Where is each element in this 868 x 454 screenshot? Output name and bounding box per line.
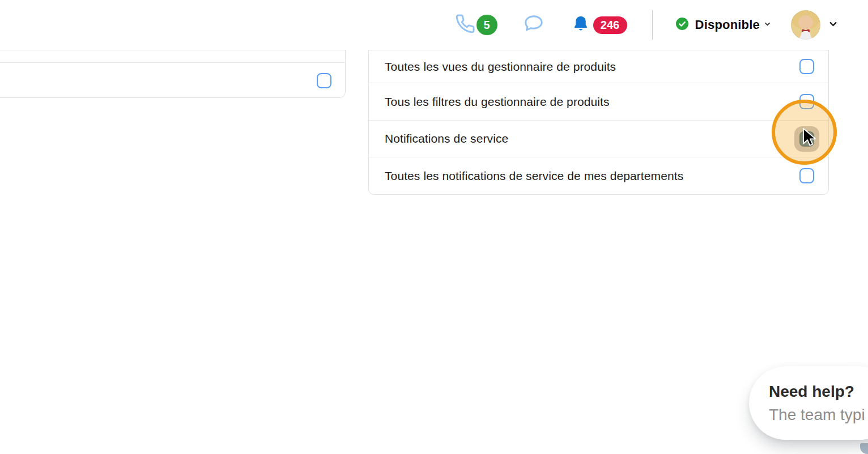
setting-label: Toutes les vues du gestionnaire de produ… [385, 60, 616, 74]
table-row: Toutes les vues du gestionnaire de produ… [369, 50, 828, 83]
status-available-icon [675, 17, 689, 33]
chat-bubble-icon [522, 12, 545, 37]
profile-chevron-down-icon[interactable] [828, 19, 839, 32]
setting-checkbox-product-filters[interactable] [799, 94, 814, 109]
left-row-checkbox[interactable] [317, 73, 331, 88]
table-row: Notifications de service [369, 120, 828, 157]
setting-label: Toutes les notifications de service de m… [385, 169, 683, 183]
setting-label: Notifications de service [385, 132, 508, 145]
chat-button[interactable] [522, 12, 545, 37]
notifications-button[interactable]: 246 [571, 14, 627, 36]
setting-checkbox-service-notifications-wrap [799, 131, 814, 147]
calls-button[interactable]: 5 [455, 14, 497, 36]
calls-count-badge: 5 [476, 15, 497, 35]
notifications-count-badge: 246 [593, 16, 627, 34]
chat-launcher-corner[interactable] [860, 443, 868, 454]
setting-checkbox-product-views[interactable] [799, 59, 814, 74]
availability-dropdown[interactable]: Disponible [675, 17, 772, 33]
table-row: Toutes les notifications de service de m… [369, 157, 828, 194]
top-bar: 5 246 [0, 0, 868, 50]
setting-checkbox-department-notifications[interactable] [799, 168, 814, 183]
table-row: Tous les filtres du gestionnaire de prod… [369, 83, 828, 120]
notification-settings-card: Toutes les vues du gestionnaire de produ… [368, 50, 829, 195]
row-divider [0, 62, 345, 63]
top-bar-actions: 5 246 [455, 0, 839, 50]
setting-label: Tous les filtres du gestionnaire de prod… [385, 95, 610, 109]
availability-label: Disponible [695, 18, 760, 32]
bell-icon [571, 14, 590, 36]
help-teaser-title: Need help? [769, 383, 868, 401]
left-settings-card [0, 50, 346, 98]
phone-icon [455, 14, 475, 36]
header-divider [652, 10, 653, 40]
avatar[interactable] [791, 10, 820, 40]
setting-checkbox-service-notifications[interactable] [799, 131, 814, 147]
help-chat-teaser[interactable]: Need help? The team typi [749, 366, 868, 440]
page: 5 246 [0, 0, 868, 454]
chevron-down-icon [763, 20, 772, 31]
help-teaser-subtitle: The team typi [769, 406, 868, 424]
